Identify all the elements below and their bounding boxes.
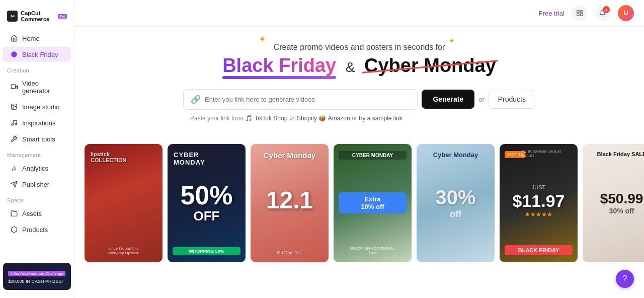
source-links: Paste your link from 🎵 TikTok Shop 🛍 Sho… [183, 115, 535, 122]
folder-icon [10, 209, 18, 217]
gi3-badge: Extra10% off [339, 192, 407, 213]
sidebar-item-home[interactable]: Home [3, 31, 71, 46]
video-icon [10, 83, 18, 91]
gi5-bf-label: BLACK FRIDAY [505, 245, 573, 255]
creation-section-label: Creation [0, 62, 74, 76]
gallery-item-4[interactable]: Cyber Monday 30% off [417, 144, 495, 262]
analytics-label: Analytics [22, 165, 48, 172]
sidebar-item-products[interactable]: Products [3, 222, 71, 237]
promo-text: $20,000 IN CASH PRIZES! [8, 278, 66, 285]
gi5-top-text: by Budweiser are just $11.97! [522, 149, 574, 158]
main-content: Free trial 4 U ✦ ✦ Create promo videos a… [74, 0, 644, 298]
gi4-main: 30% off [417, 186, 495, 219]
gallery-item-5[interactable]: TOP 01 by Budweiser are just $11.97! JUS… [500, 144, 578, 262]
space-section-label: Space [0, 192, 74, 205]
svg-point-6 [15, 123, 17, 125]
promo-tag: #ViralAdsMarathon Challenge [8, 271, 65, 276]
inspirations-label: Inspirations [22, 119, 55, 127]
link-icon: 🔗 [191, 95, 201, 104]
shopify-link[interactable]: Shopify [297, 115, 317, 122]
svg-rect-12 [577, 11, 579, 13]
pro-badge: Pro [58, 14, 67, 19]
products-label: Products [22, 226, 48, 234]
search-input[interactable] [205, 96, 410, 103]
gallery-item-bg-0: lipstickCOLLECTION since I found thiseve… [85, 144, 163, 262]
black-friday-label: Black Friday [22, 51, 58, 58]
sidebar-item-video-generator[interactable]: Video generator [3, 76, 71, 98]
gi6-header: Black Friday SALE [588, 151, 644, 157]
promo-card[interactable]: #ViralAdsMarathon Challenge $20,000 IN C… [3, 263, 71, 290]
ampersand: & [346, 59, 355, 75]
search-bar: 🔗 Generate or Products [183, 89, 535, 110]
logo-text-wrap: CapCut Commerce Pro [21, 10, 67, 22]
or-text: or [478, 96, 485, 103]
avatar[interactable]: U [618, 5, 634, 21]
app-logo: ✂ CapCut Commerce Pro [0, 6, 74, 30]
video-generator-label: Video generator [22, 80, 64, 95]
svg-rect-14 [580, 14, 582, 16]
svg-point-5 [12, 124, 14, 126]
gallery-item-bg-6: Black Friday SALE $50.99 30% off [583, 144, 644, 262]
help-button[interactable]: ? [616, 270, 634, 288]
svg-point-0 [11, 51, 17, 57]
app-name: CapCut Commerce [21, 10, 56, 22]
sidebar-item-black-friday[interactable]: Black Friday [3, 47, 71, 62]
amazon-link[interactable]: Amazon [328, 115, 350, 122]
search-input-wrap: 🔗 [183, 89, 418, 110]
sidebar-item-inspirations[interactable]: Inspirations [3, 115, 71, 130]
sidebar-promo: #ViralAdsMarathon Challenge $20,000 IN C… [3, 263, 71, 290]
gallery-item-bg-5: TOP 01 by Budweiser are just $11.97! JUS… [500, 144, 578, 262]
tiktok-shop-link[interactable]: TikTok Shop [255, 115, 288, 122]
gi4-header: Cyber Monday [422, 151, 490, 159]
free-trial-button[interactable]: Free trial [539, 10, 565, 17]
sidebar-item-image-studio[interactable]: Image studio [3, 99, 71, 114]
gallery-item-1[interactable]: CYBERMONDAY 50% OFF WHOPPING 50% [168, 144, 246, 262]
gi0-bottom-text: since I found thiseveryday Lipstick! [90, 246, 157, 255]
gi1-tag: WHOPPING 50% [173, 247, 240, 255]
gallery-item-0[interactable]: lipstickCOLLECTION since I found thiseve… [85, 144, 163, 262]
send-icon [10, 180, 18, 188]
gi5-stars: ★★★★★ [500, 211, 578, 218]
svg-rect-15 [577, 14, 579, 16]
gi6-price: $50.99 30% off [583, 191, 644, 215]
home-icon [10, 34, 18, 42]
smart-tools-label: Smart tools [22, 135, 55, 143]
box-icon [10, 226, 18, 234]
layout-icon-button[interactable] [572, 5, 588, 21]
tools-icon [10, 135, 18, 143]
tag-icon [10, 50, 18, 58]
publisher-label: Publisher [22, 181, 49, 188]
notification-badge: 4 [603, 6, 610, 13]
gallery-item-bg-4: Cyber Monday 30% off [417, 144, 495, 262]
gi2-header: Cyber Monday [256, 151, 324, 160]
gi2-main: 12.1 [251, 186, 329, 214]
gallery-item-bg-2: Cyber Monday 12.1 On Dec. 1st. [251, 144, 329, 262]
gallery-item-2[interactable]: Cyber Monday 12.1 On Dec. 1st. [251, 144, 329, 262]
gi1-header: CYBERMONDAY [174, 151, 205, 166]
try-sample-link[interactable]: try a sample link [359, 115, 403, 122]
gallery-item-bg-3: CYBER MONDAY Extra10% off ENJOY AN ADDIT… [334, 144, 412, 262]
hero-title: Black Friday & Cyber Monday [85, 55, 634, 77]
sidebar-item-publisher[interactable]: Publisher [3, 177, 71, 192]
gi5-price: JUST $11.97 ★★★★★ [500, 184, 578, 218]
management-section-label: Management [0, 147, 74, 160]
gallery-item-6[interactable]: Black Friday SALE $50.99 30% off [583, 144, 644, 262]
sparkle-right-icon: ✦ [449, 37, 455, 45]
image-icon [10, 103, 18, 111]
sidebar-item-smart-tools[interactable]: Smart tools [3, 131, 71, 146]
gi2-bottom: On Dec. 1st. [256, 250, 324, 255]
svg-rect-1 [11, 85, 16, 89]
topbar: Free trial 4 U [74, 0, 644, 27]
gi1-price: 50% OFF [168, 182, 246, 224]
gallery-item-3[interactable]: CYBER MONDAY Extra10% off ENJOY AN ADDIT… [334, 144, 412, 262]
sidebar-item-analytics[interactable]: Analytics [3, 161, 71, 176]
generate-button[interactable]: Generate [422, 90, 474, 109]
sidebar-item-assets[interactable]: Assets [3, 206, 71, 221]
logo-icon: ✂ [7, 11, 18, 22]
products-button[interactable]: Products [489, 90, 535, 109]
svg-point-4 [13, 105, 14, 106]
chart-icon [10, 164, 18, 172]
bell-icon-button[interactable]: 4 [595, 5, 611, 21]
home-label: Home [22, 35, 40, 42]
gallery: lipstickCOLLECTION since I found thiseve… [74, 144, 644, 272]
